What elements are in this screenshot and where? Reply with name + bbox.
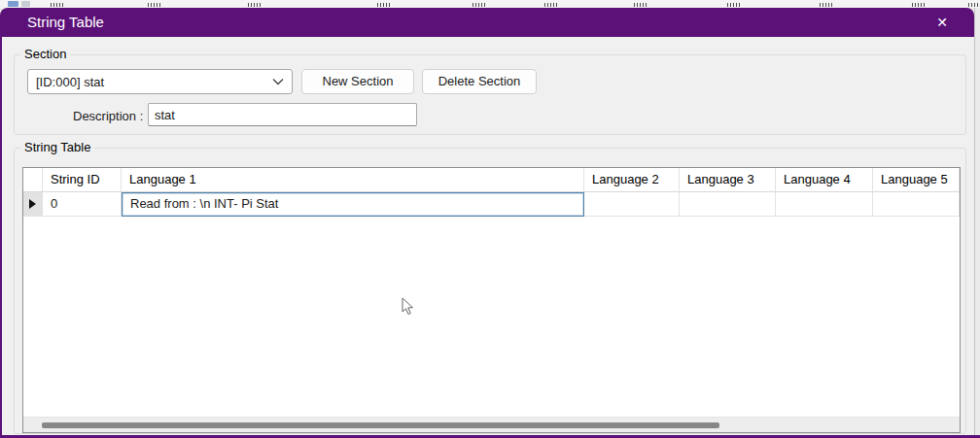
column-header-language-1[interactable]: Language 1: [122, 168, 584, 192]
cell-language-3[interactable]: [680, 192, 776, 217]
cell-string-id[interactable]: 0: [43, 192, 122, 217]
ruler-tick-fragment: [248, 3, 261, 7]
background-ruler: [0, 0, 980, 8]
horizontal-scrollbar-thumb[interactable]: [42, 422, 719, 428]
string-table-group-label: String Table: [20, 140, 94, 154]
section-group-label: Section: [20, 47, 70, 61]
section-selector-dropdown[interactable]: [ID:000] stat: [27, 69, 293, 94]
ruler-tick-fragment: [912, 3, 925, 7]
column-header-string-id[interactable]: String ID: [43, 168, 122, 192]
cell-language-4[interactable]: [776, 192, 873, 217]
column-header-language-2[interactable]: Language 2: [584, 168, 680, 192]
cell-language-1-selected[interactable]: Read from : \n INT- Pi Stat: [122, 192, 584, 217]
ruler-tick-fragment: [51, 3, 63, 7]
string-table-grid: String ID Language 1 Language 2 Language…: [22, 167, 961, 433]
section-selector-value: [ID:000] stat: [36, 75, 104, 89]
close-icon[interactable]: ✕: [928, 8, 957, 37]
background-window-edge: [974, 8, 980, 435]
ruler-tick-fragment: [544, 3, 557, 7]
table-row: 0 Read from : \n INT- Pi Stat: [23, 192, 960, 217]
ruler-tick-fragment: [820, 3, 832, 7]
ruler-tick-fragment: [727, 3, 740, 7]
screenshot-root: String Table ✕ Section [ID:000] stat New…: [0, 0, 980, 438]
ruler-tick-fragment: [377, 3, 390, 7]
ruler-tick-fragment: [148, 3, 160, 7]
new-section-button[interactable]: New Section: [301, 69, 414, 94]
dialog-title: String Table: [27, 8, 104, 37]
ruler-tick-fragment: [472, 3, 485, 7]
cell-language-5[interactable]: [873, 192, 960, 217]
window-edge-left: [0, 37, 2, 435]
description-label: Description :: [73, 109, 143, 123]
grid-corner-cell: [23, 168, 43, 192]
cell-language-2[interactable]: [584, 192, 680, 217]
horizontal-scrollbar[interactable]: [23, 417, 960, 432]
delete-section-button[interactable]: Delete Section: [422, 69, 537, 94]
grid-header-row: String ID Language 1 Language 2 Language…: [23, 168, 960, 192]
column-header-language-3[interactable]: Language 3: [680, 168, 776, 192]
column-header-language-5[interactable]: Language 5: [873, 168, 960, 192]
chevron-down-icon: [272, 78, 284, 85]
background-toolbar-icon: [8, 1, 18, 7]
background-toolbar-icon: [21, 1, 30, 7]
current-row-arrow-icon[interactable]: [23, 192, 43, 217]
column-header-language-4[interactable]: Language 4: [776, 168, 873, 192]
ruler-tick-fragment: [968, 3, 980, 7]
description-field[interactable]: [148, 103, 417, 126]
dialog-titlebar[interactable]: String Table ✕: [0, 8, 974, 37]
ruler-tick-fragment: [634, 3, 647, 7]
arrow-cursor-icon: [402, 297, 415, 317]
